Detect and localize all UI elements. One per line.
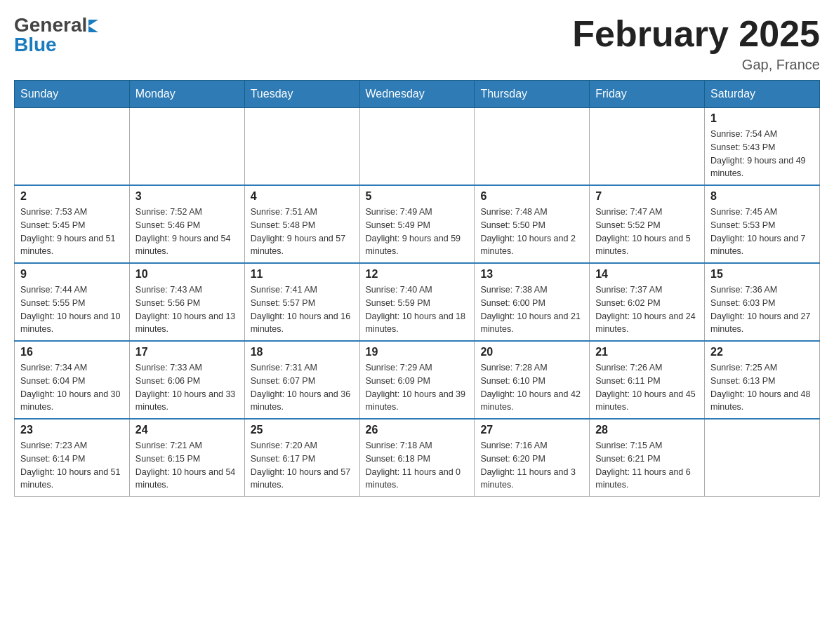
day-info: Sunrise: 7:45 AM Sunset: 5:53 PM Dayligh… — [710, 206, 814, 258]
calendar-day: 16Sunrise: 7:34 AM Sunset: 6:04 PM Dayli… — [15, 341, 130, 419]
day-number: 8 — [710, 190, 814, 203]
day-number: 13 — [480, 268, 583, 281]
day-number: 14 — [595, 268, 699, 281]
day-info: Sunrise: 7:16 AM Sunset: 6:20 PM Dayligh… — [480, 439, 583, 492]
calendar-day: 2Sunrise: 7:53 AM Sunset: 5:45 PM Daylig… — [15, 185, 130, 263]
day-number: 26 — [366, 424, 469, 436]
day-number: 22 — [710, 346, 814, 358]
day-number: 28 — [595, 424, 699, 436]
title-block: February 2025 Gap, France — [572, 14, 820, 73]
calendar-day: 21Sunrise: 7:26 AM Sunset: 6:11 PM Dayli… — [590, 341, 705, 419]
day-number: 15 — [710, 268, 814, 281]
day-info: Sunrise: 7:54 AM Sunset: 5:43 PM Dayligh… — [710, 128, 814, 180]
calendar-week-2: 2Sunrise: 7:53 AM Sunset: 5:45 PM Daylig… — [15, 185, 820, 263]
day-info: Sunrise: 7:20 AM Sunset: 6:17 PM Dayligh… — [251, 439, 354, 492]
calendar-day: 10Sunrise: 7:43 AM Sunset: 5:56 PM Dayli… — [129, 263, 244, 341]
calendar-day — [129, 108, 244, 186]
calendar-day: 11Sunrise: 7:41 AM Sunset: 5:57 PM Dayli… — [244, 263, 359, 341]
day-header-friday: Friday — [590, 81, 705, 108]
logo: General Blue — [14, 14, 98, 56]
day-info: Sunrise: 7:25 AM Sunset: 6:13 PM Dayligh… — [710, 361, 814, 414]
calendar-day: 13Sunrise: 7:38 AM Sunset: 6:00 PM Dayli… — [475, 263, 590, 341]
calendar-day: 9Sunrise: 7:44 AM Sunset: 5:55 PM Daylig… — [15, 263, 130, 341]
calendar-day: 18Sunrise: 7:31 AM Sunset: 6:07 PM Dayli… — [244, 341, 359, 419]
day-number: 10 — [135, 268, 239, 281]
calendar-week-5: 23Sunrise: 7:23 AM Sunset: 6:14 PM Dayli… — [15, 419, 820, 497]
calendar-day: 14Sunrise: 7:37 AM Sunset: 6:02 PM Dayli… — [590, 263, 705, 341]
day-number: 23 — [20, 424, 124, 436]
day-info: Sunrise: 7:31 AM Sunset: 6:07 PM Dayligh… — [251, 361, 354, 414]
calendar-week-4: 16Sunrise: 7:34 AM Sunset: 6:04 PM Dayli… — [15, 341, 820, 419]
day-info: Sunrise: 7:28 AM Sunset: 6:10 PM Dayligh… — [480, 361, 583, 414]
day-header-sunday: Sunday — [15, 81, 130, 108]
day-info: Sunrise: 7:37 AM Sunset: 6:02 PM Dayligh… — [595, 283, 699, 336]
day-number: 27 — [480, 424, 583, 436]
calendar-day: 3Sunrise: 7:52 AM Sunset: 5:46 PM Daylig… — [129, 185, 244, 263]
day-info: Sunrise: 7:18 AM Sunset: 6:18 PM Dayligh… — [366, 439, 469, 492]
calendar-header-row: SundayMondayTuesdayWednesdayThursdayFrid… — [15, 81, 820, 108]
day-number: 11 — [251, 268, 354, 281]
calendar-day — [359, 108, 475, 186]
calendar-day: 22Sunrise: 7:25 AM Sunset: 6:13 PM Dayli… — [705, 341, 820, 419]
day-number: 3 — [135, 190, 239, 203]
day-info: Sunrise: 7:49 AM Sunset: 5:49 PM Dayligh… — [366, 206, 469, 258]
day-number: 5 — [366, 190, 469, 203]
calendar-day: 27Sunrise: 7:16 AM Sunset: 6:20 PM Dayli… — [475, 419, 590, 497]
page-header: General Blue February 2025 Gap, France — [14, 14, 820, 73]
calendar-day: 19Sunrise: 7:29 AM Sunset: 6:09 PM Dayli… — [359, 341, 475, 419]
day-info: Sunrise: 7:52 AM Sunset: 5:46 PM Dayligh… — [135, 206, 239, 258]
logo-blue: Blue — [14, 34, 57, 56]
calendar-day: 4Sunrise: 7:51 AM Sunset: 5:48 PM Daylig… — [244, 185, 359, 263]
calendar-day: 28Sunrise: 7:15 AM Sunset: 6:21 PM Dayli… — [590, 419, 705, 497]
day-info: Sunrise: 7:21 AM Sunset: 6:15 PM Dayligh… — [135, 439, 239, 492]
location: Gap, France — [572, 57, 820, 73]
day-info: Sunrise: 7:44 AM Sunset: 5:55 PM Dayligh… — [20, 283, 124, 336]
calendar-day: 20Sunrise: 7:28 AM Sunset: 6:10 PM Dayli… — [475, 341, 590, 419]
day-info: Sunrise: 7:29 AM Sunset: 6:09 PM Dayligh… — [366, 361, 469, 414]
day-number: 20 — [480, 346, 583, 358]
day-info: Sunrise: 7:26 AM Sunset: 6:11 PM Dayligh… — [595, 361, 699, 414]
day-header-thursday: Thursday — [475, 81, 590, 108]
day-header-tuesday: Tuesday — [244, 81, 359, 108]
day-info: Sunrise: 7:36 AM Sunset: 6:03 PM Dayligh… — [710, 283, 814, 336]
logo-flag-icon — [88, 20, 98, 32]
calendar-day — [15, 108, 130, 186]
day-info: Sunrise: 7:47 AM Sunset: 5:52 PM Dayligh… — [595, 206, 699, 258]
calendar-day: 12Sunrise: 7:40 AM Sunset: 5:59 PM Dayli… — [359, 263, 475, 341]
day-number: 4 — [251, 190, 354, 203]
day-number: 25 — [251, 424, 354, 436]
day-info: Sunrise: 7:33 AM Sunset: 6:06 PM Dayligh… — [135, 361, 239, 414]
day-info: Sunrise: 7:51 AM Sunset: 5:48 PM Dayligh… — [251, 206, 354, 258]
day-number: 16 — [20, 346, 124, 358]
day-number: 9 — [20, 268, 124, 281]
day-info: Sunrise: 7:34 AM Sunset: 6:04 PM Dayligh… — [20, 361, 124, 414]
calendar-day: 7Sunrise: 7:47 AM Sunset: 5:52 PM Daylig… — [590, 185, 705, 263]
day-number: 1 — [710, 112, 814, 125]
day-info: Sunrise: 7:53 AM Sunset: 5:45 PM Dayligh… — [20, 206, 124, 258]
day-info: Sunrise: 7:48 AM Sunset: 5:50 PM Dayligh… — [480, 206, 583, 258]
day-number: 6 — [480, 190, 583, 203]
calendar-day: 24Sunrise: 7:21 AM Sunset: 6:15 PM Dayli… — [129, 419, 244, 497]
calendar-day — [475, 108, 590, 186]
day-header-saturday: Saturday — [705, 81, 820, 108]
calendar-day: 8Sunrise: 7:45 AM Sunset: 5:53 PM Daylig… — [705, 185, 820, 263]
day-info: Sunrise: 7:41 AM Sunset: 5:57 PM Dayligh… — [251, 283, 354, 336]
day-info: Sunrise: 7:43 AM Sunset: 5:56 PM Dayligh… — [135, 283, 239, 336]
day-info: Sunrise: 7:38 AM Sunset: 6:00 PM Dayligh… — [480, 283, 583, 336]
calendar-day: 5Sunrise: 7:49 AM Sunset: 5:49 PM Daylig… — [359, 185, 475, 263]
day-number: 12 — [366, 268, 469, 281]
calendar-table: SundayMondayTuesdayWednesdayThursdayFrid… — [14, 80, 820, 497]
day-info: Sunrise: 7:40 AM Sunset: 5:59 PM Dayligh… — [366, 283, 469, 336]
day-header-wednesday: Wednesday — [359, 81, 475, 108]
calendar-day: 23Sunrise: 7:23 AM Sunset: 6:14 PM Dayli… — [15, 419, 130, 497]
calendar-day — [244, 108, 359, 186]
day-number: 7 — [595, 190, 699, 203]
day-number: 21 — [595, 346, 699, 358]
calendar-week-3: 9Sunrise: 7:44 AM Sunset: 5:55 PM Daylig… — [15, 263, 820, 341]
month-title: February 2025 — [572, 14, 820, 54]
day-number: 17 — [135, 346, 239, 358]
calendar-day: 1Sunrise: 7:54 AM Sunset: 5:43 PM Daylig… — [705, 108, 820, 186]
day-info: Sunrise: 7:23 AM Sunset: 6:14 PM Dayligh… — [20, 439, 124, 492]
calendar-day: 17Sunrise: 7:33 AM Sunset: 6:06 PM Dayli… — [129, 341, 244, 419]
day-number: 19 — [366, 346, 469, 358]
